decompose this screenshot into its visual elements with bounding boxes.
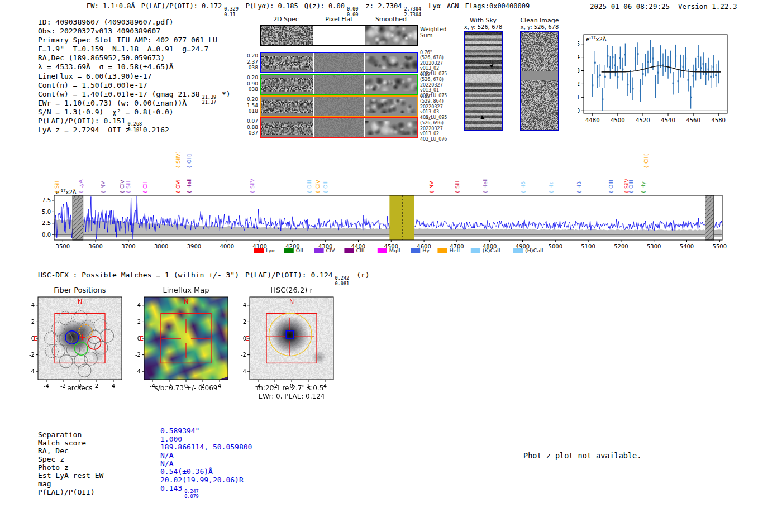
match-row-label: mag [38, 480, 103, 488]
with-sky-image [464, 31, 503, 131]
clean-image-coords: x, y: 526, 678 [514, 24, 565, 30]
svg-text:-4: -4 [241, 368, 246, 375]
fiber-circle [60, 355, 73, 368]
emission-line-label: { Hγ [640, 181, 646, 194]
info-line: Obs: 20220327v013_4090389607 [38, 27, 231, 36]
emission-line-label: { Hε [548, 182, 554, 194]
weighted-cell [314, 26, 364, 45]
svg-text:2: 2 [31, 319, 35, 325]
legend-entry: MgII [389, 247, 400, 253]
emission-line-label: { LyA [78, 179, 84, 194]
cutout-row-weights: 0.201.54018 [242, 97, 258, 114]
svg-text:5400: 5400 [680, 243, 694, 250]
text-segment: P(Lyα): 0.185 [246, 2, 298, 10]
info-line: F=1.9" T=0.159 N=1.18 A=0.91 g=24.7 [38, 45, 231, 54]
cutout-row [260, 52, 418, 73]
report-date: 2025-01-06 08:29:25 [590, 2, 670, 11]
svg-text:5500: 5500 [713, 243, 727, 250]
weighted-sum-label: Weighted Sum [420, 26, 446, 39]
svg-text:2.5: 2.5 [42, 220, 51, 226]
text-segment: P(LAE)/P(OII): 0.1240.2420.081 [245, 271, 350, 279]
svg-text:-2: -2 [241, 352, 246, 358]
emission-line-label: { CII [142, 182, 148, 194]
full-spectrum-plot: 3500360037003800390040004100420043004400… [34, 151, 732, 262]
with-sky-coords: x, y: 526, 678 [458, 24, 508, 30]
stacked-uncertainty: 0.2470.079 [184, 489, 199, 500]
svg-text:4560: 4560 [686, 117, 700, 123]
svg-text:4480: 4480 [585, 117, 599, 123]
clean-image [520, 31, 559, 131]
cutout-row-weights: 0.202.37038 [242, 53, 258, 71]
emission-line-label: { OIII [306, 180, 312, 194]
text-segment: Lyα [428, 2, 441, 10]
north-label: N [78, 298, 82, 305]
info-line: LyA z = 2.7294 OII z = 0.2162 [38, 126, 231, 135]
emission-line-label: { HeII [482, 178, 488, 194]
selected-fiber-circle [75, 342, 88, 355]
match-row-value: 1.000 [160, 435, 252, 443]
emission-line-label: { SiIV [249, 178, 255, 194]
summary-header-line: EW: 1.1±0.8ÅP(LAE)/P(OII): 0.1720.3290.1… [87, 2, 536, 17]
svg-text:2: 2 [137, 319, 141, 325]
stacked-uncertainty: 0.2420.081 [335, 276, 350, 286]
report-datetime: 2025-01-06 08:29:25 Version 1.22.3 [590, 2, 737, 11]
svg-text:5: 5 [578, 41, 580, 47]
match-row-value: 20.02(19.99,20.06)R [160, 476, 252, 484]
emission-line-label: { OII] [186, 154, 192, 169]
svg-text:7.5: 7.5 [42, 197, 51, 203]
2d-spec-cell [261, 53, 313, 72]
svg-text:-4: -4 [135, 368, 141, 375]
selected-fiber-circle [88, 336, 101, 349]
info-line: P(LAE)/P(OII): 0.1510.2680.101 [38, 117, 231, 126]
legend-entry: CIII [356, 247, 364, 253]
column-header-2d-spec: 2D Spec [266, 16, 306, 23]
svg-text:4500: 4500 [611, 117, 624, 123]
report-version: Version 1.22.3 [678, 2, 737, 11]
elixer-report-page: { "header": { "segments": [ {"t": "EW: 1… [0, 0, 782, 532]
match-table-labels: SeparationMatch scoreRA, DecSpec zPhoto … [38, 430, 103, 496]
emission-line-label: { OIII [608, 180, 614, 194]
weighted-sum-row [260, 25, 418, 46]
hsc-cutout-caption2: EWr: 0, PLAE: 0.124 [233, 392, 350, 400]
legend-entry: HeII [449, 247, 460, 253]
match-row-value: 0.589394" [160, 426, 252, 435]
match-row-value: 0.54(±0.36)Å [160, 467, 252, 476]
svg-text:4: 4 [31, 302, 35, 308]
svg-text:4000: 4000 [220, 243, 234, 250]
emission-line-label: { OII [322, 181, 328, 194]
text-segment: EW: 1.1±0.8Å [87, 2, 135, 10]
legend-entry: OII [296, 247, 303, 253]
fiber-circle [45, 332, 58, 344]
hsc-cutout-caption: m:20.1 re:2.7" s:0.5" [233, 384, 350, 392]
svg-text:5100: 5100 [581, 243, 595, 250]
weighted-cell [261, 26, 313, 45]
cutout-row [260, 117, 418, 138]
svg-text:3700: 3700 [121, 243, 135, 250]
north-label: N [289, 298, 294, 305]
svg-text:-2: -2 [135, 352, 141, 358]
emission-line-label: { Hβ [576, 181, 582, 194]
match-row-value: 189.866114, 50.059800 [160, 443, 252, 451]
text-segment: Q(z): 0.000.000.00 [304, 2, 360, 10]
cutout-row-meta: 1.76"(526, 696)20220327v013_02402_LU_076 [420, 116, 459, 142]
hsc-dex-matches-line: HSC-DEX : Possible Matches = 1 (within +… [38, 271, 376, 286]
match-row-value: N/A [160, 451, 252, 459]
match-table-values: 0.589394"1.000189.866114, 50.059800N/AN/… [160, 426, 252, 492]
info-line: Primary Spec_Slot_IFU_AMP: 402_077_061_L… [38, 36, 231, 45]
2d-spec-cell [261, 75, 313, 94]
text-segment: AGN [447, 2, 459, 10]
emission-line-label: { SiII [54, 181, 60, 194]
emission-line-label: { Hδ [520, 181, 526, 194]
svg-text:4580: 4580 [711, 117, 725, 123]
aperture-circle [269, 313, 312, 356]
line-fit-zoom-plot: 448045004520454045604580012345e-17x2Å [578, 25, 735, 128]
cutout-row [260, 95, 418, 117]
svg-text:4: 4 [243, 302, 246, 308]
cutout-row-weights: 0.070.88037 [242, 118, 258, 136]
info-line: S/N = 1.3(±0.9) χ² = 0.8(±0.0) [38, 108, 231, 117]
svg-text:1: 1 [578, 94, 580, 100]
selected-fiber-circle [79, 325, 92, 338]
emission-line-label: { NV [100, 181, 106, 194]
weighted-cell [365, 26, 417, 45]
svg-text:3600: 3600 [88, 243, 102, 250]
